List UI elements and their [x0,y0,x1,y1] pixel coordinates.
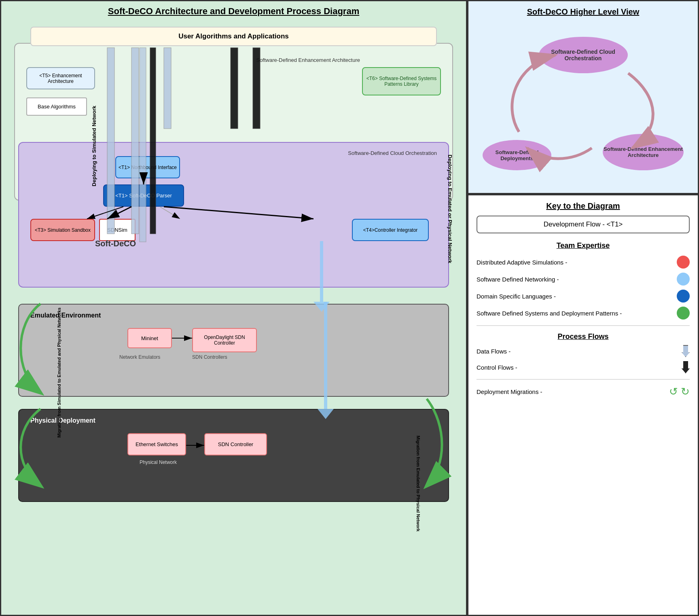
team-expertise-title: Team Expertise [477,241,690,250]
expertise-row-das: Distributed Adaptive Simulations - [477,256,690,269]
sdn-ctrl-box: SDN Controller [204,433,267,455]
odc-box: OpenDaylight SDN Controller [192,328,257,352]
key-box: Key to the Diagram Development Flow - <T… [467,194,699,616]
data-flow-row: Data Flows - [477,345,690,357]
physical-label: Physical Deployment [30,417,95,424]
deploy-migrations-label: Deployment Migrations - [477,388,665,395]
das-circle [677,256,690,269]
physical-network-label: Physical Network [140,459,177,465]
control-flow-label: Control Flows - [477,364,678,371]
sds-circle [677,307,690,320]
migration-arrows-icon: ↺ ↻ [669,385,690,398]
cloud-orch-ellipse: Software-Defined Cloud Orchestration [539,37,628,73]
enh-arch-ellipse: Software-Defined Enhancement Architectur… [603,134,684,170]
diagram-container: User Algorithms and Applications <T5> En… [6,21,461,604]
right-panel: Soft-DeCO Higher Level View Software-Def… [467,0,699,616]
sdco-label: Software-Defined Cloud Orchestration [348,150,437,156]
t5-box: <T5> Enhancement Architecture [26,67,95,89]
dev-flow-box: Development Flow - <T1> [477,216,690,233]
deploy-migrations-row: Deployment Migrations - ↺ ↻ [477,385,690,398]
data-flow-label: Data Flows - [477,348,678,355]
emulated-label: Emulated Environment [30,312,101,319]
network-emulators-label: Network Emulators [119,354,160,360]
control-flow-row: Control Flows - [477,361,690,373]
hlv-container: Software-Defined Cloud Orchestration Sof… [474,25,692,182]
sdea-label: Software-Defined Enhancement Architectur… [256,57,360,63]
deploy-emulated-label: Deploying to Emulated or Physical Networ… [447,155,453,263]
t6-box: <T6> Software-Defined Systems Patterns L… [362,67,441,95]
key-title: Key to the Diagram [477,201,690,211]
sdnsim-box: SDNSim [99,219,136,241]
process-flows-title: Process Flows [477,332,690,341]
expertise-row-sds: Software Defined Systems and Deployment … [477,307,690,320]
expertise-row-dsl: Domain Specific Languages - [477,290,690,303]
t4-box: <T4>Controller Integrator [352,219,429,241]
base-algo-box: Base Algorithms [26,97,87,116]
expertise-row-sdn: Software Defined Networking - [477,273,690,286]
t1-north-box: <T1> Northbound Interface [115,156,180,178]
data-flow-arrow-icon [682,345,690,357]
sdn-controllers-label: SDN Controllers [192,354,227,360]
section-divider-1 [477,325,690,326]
deploy-ellipse: Software-Defined Deployments [483,140,551,170]
das-label: Distributed Adaptive Simulations - [477,259,673,266]
left-panel: Soft-DeCO Architecture and Development P… [0,0,467,616]
migration-em-phys-label: Migration from Emulated to Physical Netw… [416,436,421,517]
sdn-circle [677,273,690,286]
parser-box: <T1> Soft-DeCO Parser [103,184,184,207]
migration-sim-em-label: Migration from Simulated to Emulated and… [57,337,61,438]
sds-label: Software Defined Systems and Deployment … [477,310,673,317]
section-divider-2 [477,379,690,380]
user-algo-box: User Algorithms and Applications [30,27,437,46]
dsl-circle [677,290,690,303]
higher-level-title: Soft-DeCO Higher Level View [474,7,692,17]
t3-box: <T3> Simulation Sandbox [30,219,95,241]
eth-box: Ethernet Switches [127,433,186,455]
sdn-label: Software Defined Networking - [477,276,673,283]
main-title: Soft-DeCO Architecture and Development P… [6,6,461,17]
softdeco-label: Soft-DeCO [95,239,136,248]
dsl-label: Domain Specific Languages - [477,293,673,300]
control-flow-arrow-icon [682,361,690,373]
higher-level-box: Soft-DeCO Higher Level View Software-Def… [467,0,699,194]
softdeco-inner [18,142,449,288]
mininet-box: Mininet [127,328,172,348]
deploy-simulated-label: Deploying to Simulated Network [91,106,97,186]
